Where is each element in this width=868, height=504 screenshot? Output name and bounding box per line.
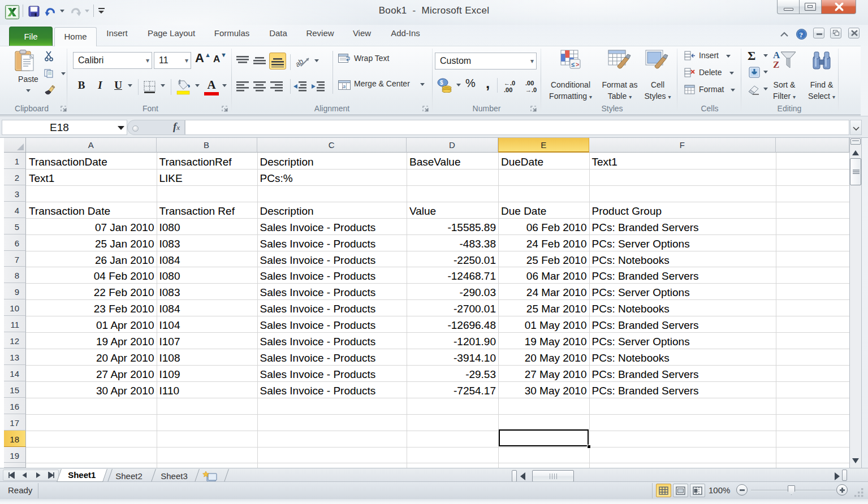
svg-text:.00: .00 xyxy=(525,80,534,86)
svg-text:Z: Z xyxy=(773,59,779,70)
svg-text:>: > xyxy=(576,61,579,68)
svg-text:←.0: ←.0 xyxy=(504,80,515,86)
svg-text:→.0: →.0 xyxy=(525,86,537,93)
svg-text:≤: ≤ xyxy=(571,61,575,68)
svg-text:ab: ab xyxy=(294,57,305,69)
svg-text:a: a xyxy=(343,84,346,89)
svg-text:.00: .00 xyxy=(504,86,512,93)
svg-text:$: $ xyxy=(440,80,443,86)
svg-text:?: ? xyxy=(800,31,804,39)
